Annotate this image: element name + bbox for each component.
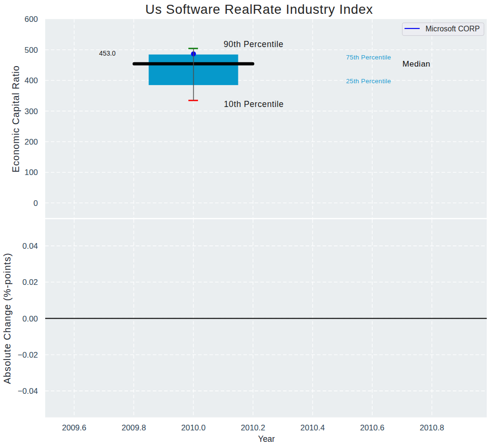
svg-text:2010.8: 2010.8	[420, 423, 444, 432]
svg-text:453.0: 453.0	[99, 50, 116, 57]
svg-text:Median: Median	[403, 59, 431, 68]
svg-text:600: 600	[25, 15, 38, 24]
svg-text:2010.6: 2010.6	[360, 423, 384, 432]
svg-text:2010.0: 2010.0	[181, 423, 206, 432]
svg-text:Us Software RealRate Industry: Us Software RealRate Industry Index	[145, 2, 373, 17]
svg-text:200: 200	[25, 137, 38, 146]
svg-text:90th Percentile: 90th Percentile	[224, 39, 284, 49]
svg-text:300: 300	[25, 107, 38, 116]
svg-text:2010.4: 2010.4	[300, 423, 325, 432]
svg-text:Absolute Change (%-points): Absolute Change (%-points)	[2, 253, 12, 384]
svg-text:0.02: 0.02	[22, 278, 38, 287]
svg-text:75th Percentile: 75th Percentile	[346, 54, 391, 61]
svg-text:25th Percentile: 25th Percentile	[346, 78, 391, 85]
svg-text:−0.04: −0.04	[18, 387, 38, 396]
svg-text:0.04: 0.04	[22, 242, 38, 251]
svg-text:500: 500	[25, 46, 38, 55]
svg-text:−0.02: −0.02	[18, 351, 38, 360]
svg-text:Economic Capital Ratio: Economic Capital Ratio	[10, 65, 21, 172]
svg-text:400: 400	[25, 76, 38, 85]
svg-text:100: 100	[25, 168, 38, 177]
svg-text:2009.8: 2009.8	[121, 423, 146, 432]
svg-text:Year: Year	[258, 434, 275, 444]
svg-text:Microsoft CORP: Microsoft CORP	[425, 25, 480, 33]
svg-text:0: 0	[33, 199, 38, 208]
svg-text:10th Percentile: 10th Percentile	[224, 99, 284, 109]
svg-text:2010.2: 2010.2	[241, 423, 265, 432]
svg-text:0.00: 0.00	[22, 314, 38, 323]
svg-text:2009.6: 2009.6	[62, 423, 86, 432]
